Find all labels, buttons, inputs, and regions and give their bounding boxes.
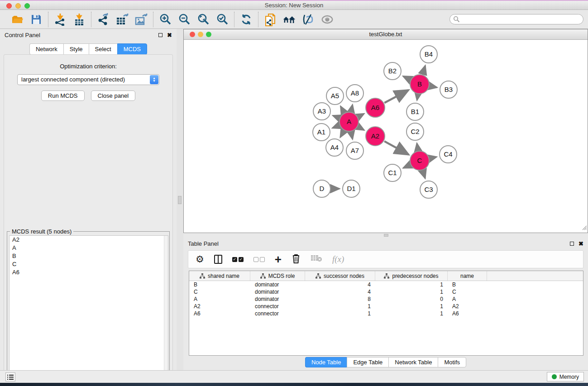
horizontal-splitter[interactable]: [183, 233, 588, 238]
refresh-icon[interactable]: [240, 13, 253, 26]
table-cell[interactable]: A6: [189, 310, 250, 317]
network-frame-titlebar[interactable]: testGlobe.txt: [184, 29, 588, 40]
node-D[interactable]: D: [313, 180, 330, 197]
hide-graphics-details-icon[interactable]: [302, 13, 315, 26]
close-panel-button[interactable]: Close panel: [91, 91, 136, 101]
zoom-selected-icon[interactable]: [216, 13, 229, 26]
edge-A-A2[interactable]: [358, 127, 364, 130]
save-session-icon[interactable]: [30, 13, 43, 26]
edge-B-B4[interactable]: [423, 66, 425, 74]
table-row[interactable]: A2connector11A2: [189, 303, 583, 310]
network-canvas[interactable]: AA1A2A3A4A5A6A7A8BB1B2B3B4CC1C2C3C4DD1: [184, 40, 588, 233]
tab-network[interactable]: Network: [29, 43, 63, 55]
node-B4[interactable]: B4: [420, 46, 437, 63]
export-network-icon[interactable]: [97, 13, 110, 26]
zoom-fit-icon[interactable]: [197, 13, 210, 26]
resize-grip-icon[interactable]: [582, 224, 587, 232]
node-A[interactable]: A: [339, 112, 359, 131]
table-cell[interactable]: 1: [375, 310, 448, 317]
edge-B-B3[interactable]: [430, 86, 437, 87]
table-cell[interactable]: dominator: [250, 295, 305, 303]
edge-A-A4[interactable]: [340, 131, 344, 137]
table-cell[interactable]: dominator: [250, 288, 305, 295]
node-C[interactable]: C: [410, 151, 429, 170]
column-header-successor-nodes[interactable]: successor nodes: [305, 271, 375, 281]
node-B2[interactable]: B2: [384, 62, 401, 80]
search-input[interactable]: [449, 14, 583, 24]
table-cell[interactable]: 1: [375, 288, 448, 295]
table-row[interactable]: A6connector11A6: [189, 310, 583, 317]
node-B1[interactable]: B1: [406, 103, 424, 120]
node-B[interactable]: B: [410, 75, 429, 94]
edge-C-C2[interactable]: [417, 143, 418, 151]
tab-mcds[interactable]: MCDS: [117, 43, 147, 55]
close-table-panel-icon[interactable]: ✖: [578, 242, 583, 246]
table-cell[interactable]: A: [189, 295, 250, 303]
result-item[interactable]: B: [10, 252, 168, 260]
network-close-button[interactable]: [190, 32, 195, 37]
network-maximize-button[interactable]: [206, 32, 211, 37]
column-header-name[interactable]: name: [448, 271, 487, 281]
result-list-scrollbar[interactable]: [164, 236, 168, 385]
edge-B-B1[interactable]: [417, 95, 418, 100]
result-item[interactable]: A6: [10, 268, 168, 276]
table-cell[interactable]: 0: [375, 295, 448, 303]
run-mcds-button[interactable]: Run MCDS: [41, 91, 85, 101]
tab-style[interactable]: Style: [63, 43, 89, 55]
node-C1[interactable]: C1: [384, 164, 401, 181]
column-header-shared-name[interactable]: shared name: [189, 271, 250, 281]
table-cell[interactable]: C: [448, 288, 487, 295]
show-hide-annotations-icon[interactable]: [321, 13, 334, 26]
node-C2[interactable]: C2: [406, 123, 424, 140]
float-panel-icon[interactable]: [158, 33, 163, 37]
edge-A-A8[interactable]: [351, 105, 353, 111]
table-row[interactable]: Adominator80A: [189, 295, 583, 303]
table-cell[interactable]: 8: [305, 295, 375, 303]
result-item[interactable]: C: [10, 260, 168, 268]
zoom-out-icon[interactable]: [178, 13, 191, 26]
delete-table-icon[interactable]: [311, 254, 322, 264]
minimize-window-button[interactable]: [15, 3, 21, 9]
edge-C-C4[interactable]: [430, 157, 436, 158]
select-all-checkboxes-icon[interactable]: ✓✓: [232, 257, 244, 262]
table-cell[interactable]: 1: [375, 303, 448, 310]
node-A4[interactable]: A4: [326, 139, 343, 156]
table-cell[interactable]: 4: [305, 281, 375, 288]
node-D1[interactable]: D1: [343, 180, 360, 197]
node-A5[interactable]: A5: [326, 87, 344, 105]
node-A8[interactable]: A8: [346, 85, 363, 102]
column-header-MCDS-role[interactable]: MCDS role: [250, 271, 305, 281]
node-C4[interactable]: C4: [440, 146, 457, 163]
node-A2[interactable]: A2: [366, 127, 385, 146]
edge-A-A6[interactable]: [358, 114, 364, 117]
table-cell[interactable]: B: [448, 281, 487, 288]
first-neighbors-icon[interactable]: [283, 13, 296, 26]
table-cell[interactable]: 1: [305, 310, 375, 317]
table-row[interactable]: Cdominator41C: [189, 288, 583, 295]
node-C3[interactable]: C3: [420, 181, 437, 198]
horizontal-splitter-handle[interactable]: [384, 234, 388, 237]
table-row[interactable]: Bdominator41B: [189, 281, 583, 288]
tab-select[interactable]: Select: [89, 43, 117, 55]
table-cell[interactable]: A: [448, 295, 487, 303]
node-A6[interactable]: A6: [366, 98, 385, 117]
edge-C-C3[interactable]: [423, 171, 425, 178]
edge-A-A7[interactable]: [351, 132, 353, 139]
import-network-icon[interactable]: [54, 13, 67, 26]
splitter-handle[interactable]: [178, 196, 182, 204]
edge-B-B2[interactable]: [403, 76, 410, 80]
table-cell[interactable]: connector: [250, 310, 305, 317]
tab-node-table[interactable]: Node Table: [305, 357, 347, 367]
task-history-button[interactable]: [5, 372, 15, 381]
open-session-icon[interactable]: [11, 13, 24, 26]
edge-A2-C[interactable]: [384, 141, 408, 154]
node-B3[interactable]: B3: [440, 81, 457, 98]
network-graph[interactable]: AA1A2A3A4A5A6A7A8BB1B2B3B4CC1C2C3C4DD1: [184, 40, 588, 233]
table-cell[interactable]: 4: [305, 288, 375, 295]
zoom-in-icon[interactable]: [159, 13, 172, 26]
table-cell[interactable]: A2: [448, 303, 487, 310]
edge-A-A5[interactable]: [340, 106, 344, 113]
column-header-predecessor-nodes[interactable]: predecessor nodes: [375, 271, 448, 281]
column-view-icon[interactable]: [214, 255, 222, 264]
network-minimize-button[interactable]: [198, 32, 203, 37]
